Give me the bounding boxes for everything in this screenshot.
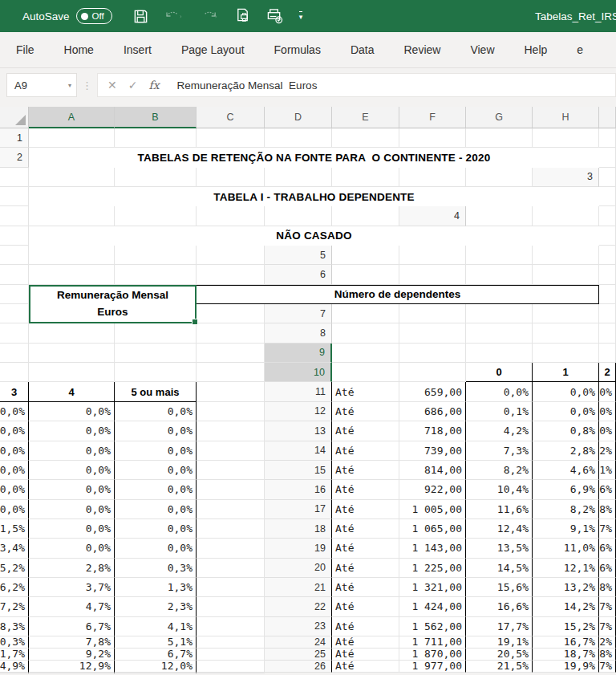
cell-B21[interactable]: 1 321,00: [399, 578, 466, 597]
cell-E4[interactable]: [599, 226, 616, 246]
cell-H1[interactable]: [533, 128, 599, 148]
cell-H26[interactable]: 12,9%: [115, 673, 197, 673]
name-box-caret-icon[interactable]: ▾: [68, 82, 71, 89]
cell-G1[interactable]: [466, 128, 533, 148]
cell-F12[interactable]: 0,0%: [0, 421, 29, 441]
cell-G10[interactable]: 4: [29, 382, 115, 401]
cell-H8[interactable]: [115, 344, 197, 363]
row-header-13[interactable]: 13: [265, 421, 332, 441]
cell-D26[interactable]: 19,9%: [533, 661, 599, 673]
row-header-21[interactable]: 21: [265, 578, 332, 597]
cell-A16[interactable]: Até: [332, 480, 399, 499]
cell-B12[interactable]: 686,00: [399, 402, 466, 421]
cell-I10[interactable]: [197, 382, 265, 401]
cell-H17[interactable]: 0,0%: [115, 519, 197, 539]
cell-D23[interactable]: 15,2%: [533, 617, 599, 636]
cell-A15[interactable]: Até: [332, 461, 399, 480]
row-header-20[interactable]: 20: [265, 559, 332, 578]
ribbon-tab-insert[interactable]: Insert: [124, 43, 152, 56]
cell-H16[interactable]: 0,0%: [115, 500, 197, 519]
row-header-8[interactable]: 8: [265, 323, 332, 343]
cell-I1[interactable]: [599, 128, 616, 148]
cell-A21[interactable]: Até: [332, 578, 399, 597]
cell-E17[interactable]: 5,8%: [599, 500, 616, 519]
cell-G24[interactable]: 9,2%: [29, 649, 115, 661]
cell-C21[interactable]: 15,6%: [466, 578, 533, 597]
cell-B8[interactable]: [399, 323, 466, 343]
cell-H12[interactable]: 0,0%: [115, 421, 197, 441]
cell-I4[interactable]: [197, 246, 265, 265]
cell-B5[interactable]: [399, 246, 466, 265]
ribbon-tab-data[interactable]: Data: [351, 43, 375, 56]
cell-A10[interactable]: [332, 363, 399, 382]
selected-cell-a9-remuneracao-header[interactable]: Remuneração MensalEuros: [29, 285, 197, 324]
cell-F14[interactable]: 0,0%: [0, 461, 29, 480]
column-header-D[interactable]: D: [265, 107, 332, 128]
cell-B16[interactable]: 922,00: [399, 480, 466, 499]
cell-I12[interactable]: [197, 421, 265, 441]
cell-E21[interactable]: 10,8%: [599, 578, 616, 597]
cell-F20[interactable]: 6,2%: [0, 578, 29, 597]
cell-G4[interactable]: [29, 246, 115, 265]
cell-D12[interactable]: 0,0%: [533, 402, 599, 421]
cell-H11[interactable]: 0,0%: [115, 402, 197, 421]
cell-G15[interactable]: 0,0%: [29, 480, 115, 499]
cell-C14[interactable]: 7,3%: [466, 441, 533, 461]
cell-F15[interactable]: 0,0%: [0, 480, 29, 499]
enter-icon[interactable]: ✓: [128, 79, 138, 91]
row-header-25[interactable]: 25: [265, 649, 332, 661]
cell-I16[interactable]: [197, 500, 265, 519]
cell-E15[interactable]: 1,1%: [599, 461, 616, 480]
cell-A1[interactable]: [29, 128, 115, 148]
cell-G2[interactable]: [332, 168, 399, 187]
cell-I13[interactable]: [197, 441, 265, 461]
cell-D2[interactable]: [115, 168, 197, 187]
cell-I20[interactable]: [197, 578, 265, 597]
cell-C7[interactable]: [466, 304, 533, 323]
cell-F9[interactable]: [0, 363, 29, 382]
cell-A23[interactable]: Até: [332, 617, 399, 636]
cell-A6[interactable]: [332, 265, 399, 284]
cell-G3[interactable]: [197, 206, 265, 226]
cell-H6[interactable]: [0, 304, 29, 323]
quick-print-icon[interactable]: [266, 8, 283, 24]
row-header-12[interactable]: 12: [265, 402, 332, 421]
cell-A5[interactable]: [332, 246, 399, 265]
cell-D13[interactable]: 0,8%: [533, 421, 599, 441]
name-box[interactable]: A9 ▾: [6, 73, 77, 97]
cell-F7[interactable]: [0, 323, 29, 343]
cell-A17[interactable]: Até: [332, 500, 399, 519]
cell-H9[interactable]: [115, 363, 197, 382]
cell-C12[interactable]: 0,1%: [466, 402, 533, 421]
cell-C19[interactable]: 13,5%: [466, 539, 533, 558]
column-header-A[interactable]: A: [29, 107, 115, 128]
cell-D11[interactable]: 0,0%: [533, 382, 599, 401]
row-header-17[interactable]: 17: [265, 500, 332, 519]
row-header-10[interactable]: 10: [265, 363, 332, 382]
cell-H20[interactable]: 1,3%: [115, 578, 197, 597]
cell-I11[interactable]: [197, 402, 265, 421]
cell-B7[interactable]: [399, 304, 466, 323]
formula-input[interactable]: Remuneração Mensal Euros: [169, 73, 616, 97]
cell-B9[interactable]: [399, 344, 466, 363]
row-header-19[interactable]: 19: [265, 539, 332, 558]
cell-B10[interactable]: [399, 363, 466, 382]
cell-G14[interactable]: 0,0%: [29, 461, 115, 480]
cell-C16[interactable]: 10,4%: [466, 480, 533, 499]
cell-C25[interactable]: 20,5%: [466, 649, 533, 661]
cell-H24[interactable]: 6,7%: [115, 649, 197, 661]
cell-H2[interactable]: [399, 168, 466, 187]
print-preview-icon[interactable]: [235, 8, 250, 24]
row-header-5[interactable]: 5: [265, 246, 332, 265]
cell-H23[interactable]: 5,1%: [115, 636, 197, 649]
cell-D3[interactable]: [0, 206, 29, 226]
cell-E6[interactable]: [599, 265, 616, 284]
cell-E16[interactable]: 3,6%: [599, 480, 616, 499]
cell-E10[interactable]: 2: [599, 363, 616, 382]
cell-B19[interactable]: 1 143,00: [399, 539, 466, 558]
cell-D15[interactable]: 4,6%: [533, 461, 599, 480]
cell-B2[interactable]: [0, 168, 29, 187]
cell-I9[interactable]: [197, 363, 265, 382]
column-header-C[interactable]: C: [197, 107, 265, 128]
cell-B15[interactable]: 814,00: [399, 461, 466, 480]
